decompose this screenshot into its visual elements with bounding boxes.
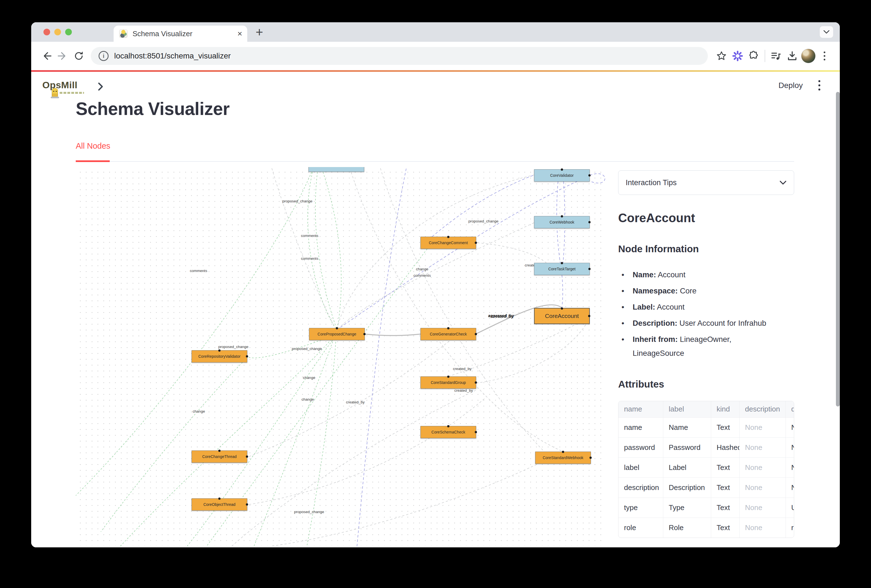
table-cell[interactable]: None [786, 437, 794, 458]
table-row: roleRoleTextNoneread-write [618, 518, 794, 538]
table-cell[interactable]: Name [663, 417, 711, 437]
attr-col-label[interactable]: label [663, 401, 711, 417]
browser-tab[interactable]: Schema Visualizer × [114, 25, 247, 42]
table-cell[interactable]: Text [711, 498, 739, 518]
graph-node-CoreGeneratorCheck[interactable]: CoreGeneratorCheck [421, 328, 476, 340]
table-cell[interactable]: Text [711, 417, 739, 437]
edge-label: change [303, 376, 315, 380]
graph-node-partial[interactable] [308, 167, 364, 172]
extensions-button[interactable] [746, 48, 762, 64]
profile-button[interactable] [800, 48, 816, 64]
tab-strip: Schema Visualizer × + [31, 22, 840, 42]
back-button[interactable] [39, 48, 55, 64]
reload-button[interactable] [71, 48, 87, 64]
table-cell[interactable]: Label [663, 458, 711, 477]
close-window-button[interactable] [43, 29, 50, 35]
graph-node-CoreAccount[interactable]: CoreAccount [534, 308, 590, 324]
graph-node-CoreValidator[interactable]: CoreValidator [534, 169, 590, 181]
bookmark-button[interactable] [713, 48, 730, 64]
minimize-window-button[interactable] [54, 29, 61, 35]
table-cell[interactable]: None [739, 417, 786, 437]
table-cell[interactable]: None [739, 518, 786, 538]
graph-edge [432, 175, 534, 236]
schema-graph-canvas[interactable]: CoreValidatorCoreWebhookCoreChangeCommen… [76, 167, 606, 546]
page-scrollbar[interactable] [836, 92, 840, 407]
table-cell[interactable]: read-write [786, 518, 794, 538]
node-info-item: Namespace: Core [618, 284, 774, 298]
graph-edge [187, 336, 336, 546]
table-cell[interactable]: password [618, 437, 663, 458]
graph-edge [476, 317, 590, 383]
downloads-button[interactable] [784, 48, 800, 64]
chevron-down-icon [780, 180, 787, 185]
puzzle-piece-icon [748, 50, 759, 61]
table-cell[interactable]: Text [711, 458, 739, 477]
site-info-icon[interactable]: i [99, 51, 109, 61]
graph-node-CoreStandardGroup[interactable]: CoreStandardGroup [421, 376, 476, 389]
graph-node-CoreChangeThread[interactable]: CoreChangeThread [192, 450, 247, 463]
table-cell[interactable]: label [618, 458, 663, 477]
tab-all-nodes[interactable]: All Nodes [76, 141, 110, 151]
table-cell[interactable]: Description [663, 477, 711, 498]
url-text[interactable]: localhost:8501/schema_visualizer [114, 51, 231, 60]
graph-edge [308, 172, 335, 328]
streamlit-menu-button[interactable] [819, 80, 820, 90]
graph-node-CoreSchemaCheck[interactable]: CoreSchemaCheck [421, 426, 476, 438]
attr-col-kind[interactable]: kind [711, 401, 739, 417]
table-cell[interactable]: User [786, 498, 794, 518]
node-info-item: Name: Account [618, 268, 774, 282]
edge-label: change [193, 409, 205, 413]
tab-all-nodes-label: All Nodes [76, 141, 110, 150]
table-cell[interactable]: None [786, 477, 794, 498]
graph-node-CoreWebhook[interactable]: CoreWebhook [534, 216, 590, 228]
attributes-table-container[interactable]: namelabelkinddescriptiondefault_value na… [618, 401, 794, 538]
edge-label: change [302, 397, 314, 401]
table-cell[interactable]: HashedPassword [711, 437, 739, 458]
forward-button[interactable] [55, 48, 71, 64]
graph-node-CoreProposedChange[interactable]: CoreProposedChange [309, 328, 365, 340]
table-cell[interactable]: None [739, 437, 786, 458]
table-cell[interactable]: Text [711, 518, 739, 538]
table-cell[interactable]: type [618, 498, 663, 518]
table-cell[interactable]: None [786, 417, 794, 437]
close-tab-icon[interactable]: × [237, 30, 242, 38]
attributes-table: namelabelkinddescriptiondefault_value na… [618, 401, 794, 538]
app-header: OpsMill Deploy [42, 78, 820, 96]
node-information-list: Name: AccountNamespace: CoreLabel: Accou… [618, 268, 774, 360]
table-cell[interactable]: Type [663, 498, 711, 518]
node-info-item: Inherit from: LineageOwner,LineageSource [618, 332, 774, 360]
edge-label: comments [413, 274, 431, 278]
sidebar-expand-button[interactable] [97, 82, 103, 93]
edge-label: created_by [453, 367, 472, 371]
deploy-button[interactable]: Deploy [778, 81, 803, 90]
maximize-window-button[interactable] [65, 29, 72, 35]
graph-node-CoreRepositoryValidator[interactable]: CoreRepositoryValidator [192, 350, 247, 362]
attr-col-default_value[interactable]: default_value [786, 401, 794, 417]
table-cell[interactable]: Password [663, 437, 711, 458]
table-cell[interactable]: Text [711, 477, 739, 498]
extension-claude-icon[interactable] [730, 48, 746, 64]
table-cell[interactable]: role [618, 518, 663, 538]
chrome-menu-button[interactable] [816, 48, 832, 64]
new-tab-button[interactable]: + [256, 24, 263, 39]
back-arrow-icon [42, 51, 51, 61]
address-bar[interactable]: i localhost:8501/schema_visualizer [91, 47, 708, 65]
table-cell[interactable]: Role [663, 518, 711, 538]
table-cell[interactable]: None [786, 458, 794, 477]
table-cell[interactable]: name [618, 417, 663, 437]
opsmill-logo: OpsMill [42, 79, 78, 90]
media-playlist-button[interactable] [768, 48, 784, 64]
graph-node-CoreChangeComment[interactable]: CoreChangeComment [421, 236, 476, 249]
attr-col-name[interactable]: name [618, 401, 663, 417]
table-row: labelLabelTextNoneNone [618, 458, 794, 477]
table-cell[interactable]: None [739, 458, 786, 477]
table-cell[interactable]: description [618, 477, 663, 498]
graph-node-CoreTaskTarget[interactable]: CoreTaskTarget [534, 263, 590, 275]
attr-col-description[interactable]: description [739, 401, 786, 417]
table-cell[interactable]: None [739, 477, 786, 498]
tab-search-button[interactable] [820, 26, 833, 38]
graph-node-CoreStandardWebhook[interactable]: CoreStandardWebhook [535, 452, 591, 464]
interaction-tips-expander[interactable]: Interaction Tips [618, 171, 794, 195]
table-cell[interactable]: None [739, 498, 786, 518]
graph-node-CoreObjectThread[interactable]: CoreObjectThread [192, 498, 247, 510]
